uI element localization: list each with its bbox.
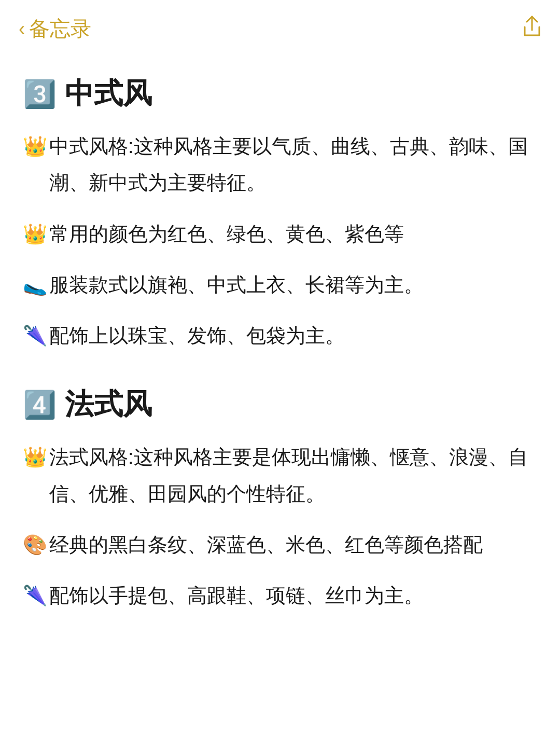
- french-style-content: 👑 法式风格:这种风格主要是体现出慵懒、惬意、浪漫、自信、优雅、田园风的个性特征…: [23, 439, 537, 614]
- chinese-style-title: 中式风: [65, 74, 152, 114]
- back-arrow-icon: ‹: [19, 20, 25, 38]
- french-style-bullet-1: 👑 法式风格:这种风格主要是体现出慵懒、惬意、浪漫、自信、优雅、田园风的个性特征…: [23, 439, 537, 512]
- french-style-bullet-3: 🌂 配饰以手提包、高跟鞋、项链、丝巾为主。: [23, 577, 537, 614]
- french-style-bullet-2: 🎨 经典的黑白条纹、深蓝色、米色、红色等颜色搭配: [23, 527, 537, 563]
- palette-icon: 🎨: [23, 527, 47, 563]
- accessory-icon-1: 🌂: [23, 317, 47, 354]
- chinese-style-bullet-2: 👑 常用的颜色为红色、绿色、黄色、紫色等: [23, 216, 537, 252]
- french-style-text-1: 法式风格:这种风格主要是体现出慵懒、惬意、浪漫、自信、优雅、田园风的个性特征。: [49, 439, 537, 512]
- french-style-text-2: 经典的黑白条纹、深蓝色、米色、红色等颜色搭配: [49, 527, 537, 563]
- chinese-style-text-2: 常用的颜色为红色、绿色、黄色、紫色等: [49, 216, 537, 252]
- dress-icon: 🥿: [23, 267, 47, 303]
- chinese-style-title-row: 3️⃣ 中式风: [23, 74, 537, 114]
- chinese-style-bullet-3: 🥿 服装款式以旗袍、中式上衣、长裙等为主。: [23, 267, 537, 303]
- french-style-title-row: 4️⃣ 法式风: [23, 385, 537, 424]
- chinese-style-section: 3️⃣ 中式风 👑 中式风格:这种风格主要以气质、曲线、古典、韵味、国潮、新中式…: [23, 74, 537, 354]
- crown-icon-1: 👑: [23, 128, 47, 164]
- chinese-style-bullet-1: 👑 中式风格:这种风格主要以气质、曲线、古典、韵味、国潮、新中式为主要特征。: [23, 128, 537, 201]
- crown-icon-3: 👑: [23, 439, 47, 475]
- chinese-style-text-4: 配饰上以珠宝、发饰、包袋为主。: [49, 317, 537, 354]
- share-icon[interactable]: [523, 16, 541, 42]
- crown-icon-2: 👑: [23, 216, 47, 252]
- french-style-title: 法式风: [65, 385, 152, 424]
- back-button[interactable]: ‹ 备忘录: [19, 15, 91, 43]
- french-style-section: 4️⃣ 法式风 👑 法式风格:这种风格主要是体现出慵懒、惬意、浪漫、自信、优雅、…: [23, 385, 537, 614]
- header-title: 备忘录: [29, 15, 91, 43]
- french-style-text-3: 配饰以手提包、高跟鞋、项链、丝巾为主。: [49, 577, 537, 614]
- chinese-style-number: 3️⃣: [23, 80, 57, 107]
- chinese-style-text-1: 中式风格:这种风格主要以气质、曲线、古典、韵味、国潮、新中式为主要特征。: [49, 128, 537, 201]
- chinese-style-bullet-4: 🌂 配饰上以珠宝、发饰、包袋为主。: [23, 317, 537, 354]
- accessory-icon-2: 🌂: [23, 577, 47, 614]
- chinese-style-text-3: 服装款式以旗袍、中式上衣、长裙等为主。: [49, 267, 537, 303]
- french-style-number: 4️⃣: [23, 391, 57, 418]
- header: ‹ 备忘录: [0, 0, 560, 53]
- main-content: 3️⃣ 中式风 👑 中式风格:这种风格主要以气质、曲线、古典、韵味、国潮、新中式…: [0, 53, 560, 676]
- chinese-style-content: 👑 中式风格:这种风格主要以气质、曲线、古典、韵味、国潮、新中式为主要特征。 👑…: [23, 128, 537, 354]
